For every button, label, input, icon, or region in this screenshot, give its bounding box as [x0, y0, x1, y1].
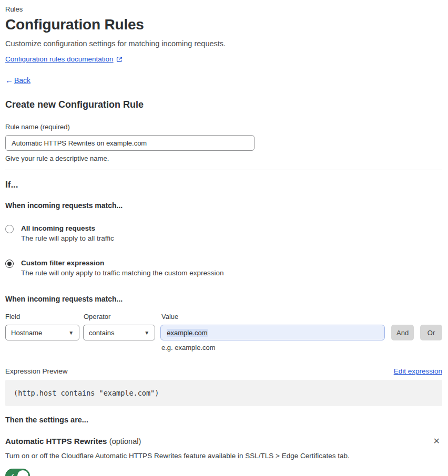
- operator-select-value: contains: [89, 329, 114, 337]
- edit-expression-link[interactable]: Edit expression: [394, 367, 442, 375]
- value-help: e.g. example.com: [161, 344, 442, 351]
- back-arrow-icon: ←: [5, 76, 13, 85]
- and-button[interactable]: And: [391, 325, 414, 340]
- external-link-icon: [116, 56, 123, 63]
- value-input-text: example.com: [167, 329, 207, 337]
- setting-optional-label: (optional): [109, 437, 141, 446]
- field-select[interactable]: Hostname ▼: [5, 325, 79, 340]
- setting-description: Turn on or off the Cloudflare Automatic …: [5, 452, 442, 460]
- expression-preview-label: Expression Preview: [5, 367, 68, 375]
- expression-builder-heading: When incoming requests match...: [5, 295, 442, 303]
- operator-label: Operator: [84, 313, 161, 320]
- if-section-title: If...: [5, 180, 442, 190]
- section-divider: [5, 170, 442, 170]
- value-input[interactable]: example.com: [160, 325, 385, 340]
- radio-selected-icon[interactable]: [5, 260, 14, 268]
- back-row: ← Back: [5, 76, 442, 85]
- setting-title: Automatic HTTPS Rewrites (optional): [5, 437, 141, 446]
- automatic-https-rewrites-toggle[interactable]: ✓: [5, 469, 30, 476]
- rule-name-input[interactable]: [5, 135, 254, 151]
- expression-preview-code: (http.host contains "example.com"): [5, 380, 442, 406]
- field-select-value: Hostname: [11, 329, 42, 337]
- doc-link-row: Configuration rules documentation: [5, 55, 442, 63]
- documentation-link[interactable]: Configuration rules documentation: [5, 55, 123, 63]
- value-label: Value: [161, 313, 442, 320]
- back-link-label: Back: [14, 76, 30, 85]
- radio-unselected-icon[interactable]: [5, 225, 14, 233]
- create-rule-title: Create new Configuration Rule: [5, 99, 442, 110]
- documentation-link-label: Configuration rules documentation: [5, 55, 114, 63]
- configuration-rules-page: Rules Configuration Rules Customize conf…: [0, 0, 448, 476]
- caret-down-icon: ▼: [68, 330, 74, 336]
- check-icon: ✓: [9, 472, 15, 476]
- toggle-knob: [17, 470, 28, 476]
- or-button[interactable]: Or: [420, 325, 442, 340]
- breadcrumb: Rules: [5, 5, 442, 13]
- radio-option-custom-filter-expression[interactable]: Custom filter expression The rule will o…: [5, 259, 442, 277]
- radio-option-text: Custom filter expression The rule will o…: [21, 259, 223, 277]
- radio-option-description: The rule will only apply to traffic matc…: [21, 269, 223, 277]
- page-title: Configuration Rules: [5, 16, 442, 34]
- radio-option-label: All incoming requests: [21, 224, 114, 232]
- match-heading: When incoming requests match...: [5, 201, 442, 210]
- back-link[interactable]: ← Back: [5, 76, 30, 85]
- page-subtitle: Customize configuration settings for mat…: [5, 39, 442, 48]
- radio-option-all-incoming-requests[interactable]: All incoming requests The rule will appl…: [5, 224, 442, 242]
- radio-option-description: The rule will apply to all traffic: [21, 234, 114, 242]
- rule-name-help: Give your rule a descriptive name.: [5, 154, 442, 162]
- setting-name: Automatic HTTPS Rewrites: [5, 437, 107, 446]
- then-section-title: Then the settings are...: [5, 416, 442, 424]
- expression-builder-row: Hostname ▼ contains ▼ example.com And Or: [5, 325, 442, 340]
- radio-option-label: Custom filter expression: [21, 259, 223, 267]
- radio-option-text: All incoming requests The rule will appl…: [21, 224, 114, 242]
- expression-builder-labels: Field Operator Value: [5, 313, 442, 320]
- operator-select[interactable]: contains ▼: [83, 325, 155, 340]
- expression-preview-row: Expression Preview Edit expression: [5, 367, 442, 375]
- field-label: Field: [5, 313, 84, 320]
- close-icon[interactable]: ✕: [431, 436, 442, 447]
- expression-text: (http.host contains "example.com"): [14, 389, 159, 397]
- caret-down-icon: ▼: [144, 330, 149, 336]
- setting-header: Automatic HTTPS Rewrites (optional) ✕: [5, 436, 442, 447]
- rule-name-label: Rule name (required): [5, 123, 442, 131]
